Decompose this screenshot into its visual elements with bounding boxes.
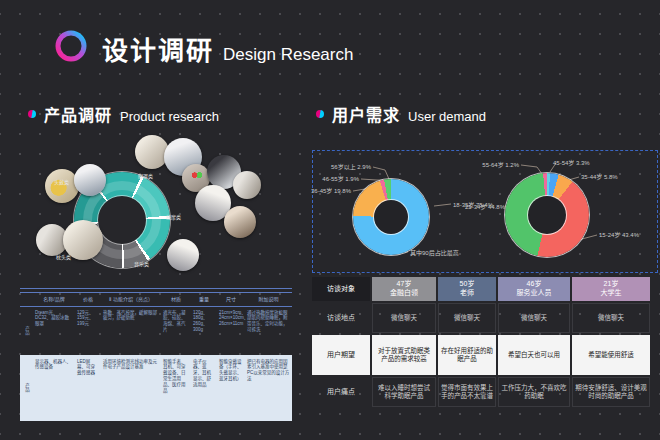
donut-slice-label: 36-45岁 19.8% [311, 186, 351, 195]
interview-table-cell: 存在好用舒适的助眠产品 [438, 335, 496, 375]
ring-segment-label: 眼罩类 [138, 172, 153, 179]
interview-table-cell: 对于放置式助眠类产品的需求较高 [372, 335, 436, 375]
section-user-title-zh: 用户需求 [332, 102, 400, 126]
product-table-cell: 智能手表、耳机、可穿戴设备、日常生活用品、医疗用品 [161, 355, 191, 421]
interview-table-cell: 微信聊天 [372, 303, 436, 333]
bullet-dot-icon [28, 110, 36, 118]
interview-table-cell: 微信聊天 [572, 303, 650, 333]
page-title-zh: 设计调研 [102, 30, 214, 67]
product-table-corner [20, 293, 33, 306]
leader-line [434, 204, 451, 206]
section-product-research: 产品调研 Product research [28, 102, 219, 126]
product-table-header-cell: 价格 [75, 293, 101, 306]
product-table-cell: 通过热敷按摩放松眼部肌肉帮助睡眠，附带音乐、定时功能，可拆洗 [245, 307, 292, 355]
product-table-cell: 21cm×9cm、24cm×10cm、26cm×11cm [217, 307, 245, 355]
interview-header-cell: 46岁 服务业人员 [498, 277, 570, 301]
product-table-header-cell: 名称/品牌 [33, 293, 75, 306]
product-table-header-cell: Ⅱ 功能介绍（亮点） [101, 293, 161, 306]
product-photo [74, 164, 106, 196]
donut-slice-label: 其中90后占比最高 [410, 248, 459, 257]
product-table-cell: 120g、180g、260g、300g [191, 307, 217, 355]
slide: { "header": { "title_zh": "设计调研", "title… [0, 0, 660, 440]
donut-slice-label: 46-55岁 1.9% [322, 174, 359, 183]
donut-slice-label: 35-44岁 5.8% [581, 172, 618, 181]
interview-table-cell: 期待安静舒适、设计美观时尚的助眠产品 [572, 377, 650, 407]
donut-chart-insomnia-age [353, 179, 429, 255]
interview-table-cell: 希望白天也可以用 [498, 335, 570, 375]
interview-header-cell: 50岁 老师 [438, 277, 496, 301]
product-table-cell: 热敷、蒸汽按摩，缓解眼部疲劳，舒缓助眠 [101, 307, 161, 355]
product-table-cell: 遮光布、凝胶、硅胶、海绵、蒸汽片 [161, 307, 191, 355]
product-table-cell: 把已有电器的应用因素引入基准中使用是PC以来常见的设计方法 [245, 355, 292, 421]
donut-hole [528, 196, 566, 234]
interview-table-row: 访谈地点微信聊天微信聊天微信聊天微信聊天 [312, 303, 650, 333]
interview-table-body: 访谈地点微信聊天微信聊天微信聊天微信聊天用户期望对于放置式助眠类产品的需求较高存… [312, 303, 650, 407]
product-comparison-table: 名称/品牌价格Ⅱ 功能介绍（亮点）材质重量尺寸附加说明 产品Dream光、DC3… [20, 288, 292, 421]
product-table-row: 产品Dream光、DC32、凝胶冰敷眼罩129元、159元、199元热敷、蒸汽按… [20, 307, 292, 355]
interview-row-label: 用户期望 [312, 335, 370, 375]
interview-header-cell: 47岁 金融白领 [372, 277, 436, 301]
interview-header-cell: 访谈对象 [312, 277, 370, 301]
donut-hole [374, 200, 408, 234]
page-title: 设计调研 Design Research [102, 30, 353, 67]
product-table-cell: 适用环境检测光线功率及元件电子产品设计基准 [101, 355, 161, 421]
interview-table-cell: 希望能使用舒适 [572, 335, 650, 375]
interview-table-row: 用户期望对于放置式助眠类产品的需求较高存在好用舒适的助眠产品希望白天也可以用希望… [312, 335, 650, 375]
donut-slice-label: 55-64岁 1.2% [482, 160, 519, 169]
interview-header-cell: 21岁 大学生 [572, 277, 650, 301]
product-table-row: 产品显示器、机器人、传感设备LED屏幕、可穿戴传感器适用环境检测光线功率及元件电… [20, 355, 292, 421]
product-photo [233, 171, 261, 199]
interview-row-label: 用户痛点 [312, 377, 370, 407]
section-product-title-zh: 产品调研 [44, 102, 112, 126]
product-table-cell: 129元、159元、199元 [75, 307, 101, 355]
donut-slice-label: 56岁以上 2.9% [331, 162, 371, 171]
interview-table-cell: 觉得市面有效果上手的产品不太靠谱 [438, 377, 496, 407]
title-bullet-icon [0, 26, 95, 66]
donut-slice-label: 25-34岁 44.8% [465, 202, 505, 211]
product-table-cell: 智能穿戴设备（手环、头戴显示、蓝牙耳机） [217, 355, 245, 421]
donut-chart-user-age [505, 173, 589, 257]
product-table-header-cell: 附加说明 [245, 293, 292, 306]
section-product-title-en: Product research [120, 109, 219, 124]
page-title-en: Design Research [223, 45, 353, 65]
product-table-header-cell: 材质 [161, 293, 191, 306]
product-table-side-label: 产品 [20, 307, 33, 355]
ring-hole [98, 196, 146, 244]
product-table-cell: 显示器、机器人、传感设备 [33, 355, 75, 421]
donut-slice-label: 15-24岁 43.4% [599, 230, 639, 239]
product-table-side-label: 产品 [20, 355, 33, 421]
product-table-header-cell: 尺寸 [217, 293, 245, 306]
donut-slice-label: 45-54岁 3.3% [553, 158, 590, 167]
ring-segment-label: 头戴类 [54, 178, 69, 185]
product-table-cell: 电子仪器、蓝牙、耳机显示、舒适用品 [191, 355, 217, 421]
product-table-cell: Dream光、DC32、凝胶冰敷眼罩 [33, 307, 75, 355]
interview-table-row: 用户痛点难以入睡时想尝试科学助眠产品觉得市面有效果上手的产品不太靠谱工作压力大，… [312, 377, 650, 407]
interview-table-cell: 难以入睡时想尝试科学助眠产品 [372, 377, 436, 407]
product-photo [224, 206, 256, 238]
interview-table-cell: 工作压力大，不喜欢吃药助眠 [498, 377, 570, 407]
interview-table-cell: 微信聊天 [438, 303, 496, 333]
ring-segment-label: 枕头类 [56, 253, 71, 260]
bullet-dot-icon [316, 110, 324, 118]
section-user-title-en: User demand [408, 109, 486, 124]
section-user-demand: 用户需求 User demand [316, 102, 486, 126]
ring-segment-label: 按摩类 [166, 213, 181, 220]
product-table-header-cell: 重量 [191, 293, 217, 306]
product-table-cell: LED屏幕、可穿戴传感器 [75, 355, 101, 421]
interview-table-header: 访谈对象47岁 金融白领50岁 老师46岁 服务业人员21岁 大学生 [312, 277, 650, 301]
user-demand-chart-panel: 56岁以上 2.9%46-55岁 1.9%36-45岁 19.8%18-35岁 … [312, 150, 658, 273]
product-photo [167, 239, 199, 271]
user-interview-table: 访谈对象47岁 金融白领50岁 老师46岁 服务业人员21岁 大学生 访谈地点微… [312, 277, 650, 409]
ring-segment-label: 音乐类 [134, 260, 149, 267]
product-table-header: 名称/品牌价格Ⅱ 功能介绍（亮点）材质重量尺寸附加说明 [20, 293, 292, 307]
interview-row-label: 访谈地点 [312, 303, 370, 333]
leader-line [373, 167, 389, 179]
interview-table-cell: 微信聊天 [498, 303, 570, 333]
